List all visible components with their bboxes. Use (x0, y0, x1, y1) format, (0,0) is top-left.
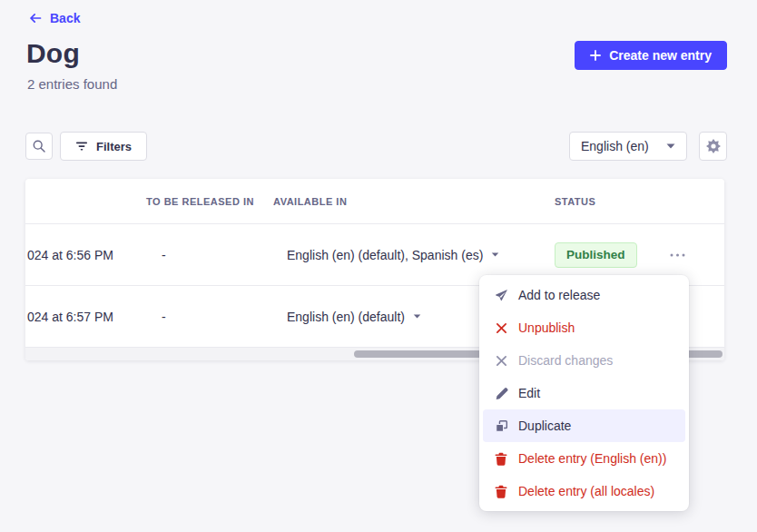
plus-icon (590, 50, 601, 61)
chevron-down-icon (413, 314, 421, 319)
trash-icon (494, 452, 508, 466)
duplicate-icon (494, 419, 508, 433)
filters-button[interactable]: Filters (60, 132, 147, 161)
column-header-available-in: AVAILABLE IN (273, 196, 347, 207)
menu-item-unpublish[interactable]: Unpublish (483, 311, 685, 344)
cell-updated-at: 024 at 6:56 PM (27, 248, 113, 262)
locales-expand-button[interactable]: English (en) (default), Spanish (es) (287, 248, 499, 262)
menu-item-label: Unpublish (518, 320, 575, 335)
cross-icon (494, 322, 508, 334)
menu-item-label: Delete entry (English (en)) (518, 451, 666, 466)
menu-item-label: Add to release (518, 288, 600, 302)
trash-icon (494, 485, 508, 498)
gear-icon (706, 139, 721, 153)
pencil-icon (494, 387, 508, 400)
back-link[interactable]: Back (28, 11, 80, 25)
menu-item-label: Edit (518, 386, 540, 400)
search-icon (32, 139, 46, 153)
filters-label: Filters (96, 140, 132, 153)
locale-select-value: English (en) (581, 139, 649, 153)
create-new-entry-button[interactable]: Create new entry (575, 41, 727, 70)
menu-item-label: Discard changes (518, 353, 613, 368)
menu-item-edit[interactable]: Edit (483, 377, 685, 409)
cell-to-be-released-in: - (162, 248, 166, 262)
menu-item-duplicate[interactable]: Duplicate (483, 409, 685, 442)
cell-available-in: English (en) (default), Spanish (es) (287, 248, 483, 262)
cross-icon (494, 355, 508, 367)
back-arrow-icon (28, 11, 43, 25)
menu-item-delete-entry-all-locales[interactable]: Delete entry (all locales) (483, 475, 685, 507)
table-header-row: TO BE RELEASED IN AVAILABLE IN STATUS (25, 179, 724, 224)
entries-count: 2 entries found (27, 76, 117, 92)
locales-expand-button[interactable]: English (en) (default) (287, 310, 421, 324)
column-header-to-be-released-in: TO BE RELEASED IN (146, 196, 254, 207)
chevron-down-icon (491, 252, 499, 257)
cell-updated-at: 024 at 6:57 PM (27, 310, 113, 324)
settings-button[interactable] (699, 132, 727, 161)
page: Back Dog 2 entries found Create new entr… (0, 0, 757, 532)
menu-item-label: Duplicate (518, 419, 571, 433)
paper-plane-icon (494, 289, 508, 302)
menu-item-delete-entry-locale[interactable]: Delete entry (English (en)) (483, 442, 685, 475)
back-label: Back (50, 11, 80, 25)
ellipsis-icon (670, 253, 685, 257)
cell-to-be-released-in: - (162, 310, 166, 324)
menu-item-add-to-release[interactable]: Add to release (483, 279, 685, 311)
context-menu: Add to release Unpublish Discard changes… (479, 275, 689, 511)
row-actions-button[interactable] (661, 242, 693, 268)
page-title: Dog (26, 38, 80, 69)
search-button[interactable] (25, 133, 53, 160)
create-new-entry-label: Create new entry (609, 48, 712, 63)
menu-item-discard-changes[interactable]: Discard changes (483, 344, 685, 377)
status-badge: Published (555, 242, 637, 268)
menu-item-label: Delete entry (all locales) (518, 484, 654, 498)
column-header-status: STATUS (555, 196, 595, 207)
locale-select[interactable]: English (en) (569, 132, 687, 161)
cell-available-in: English (en) (default) (287, 310, 405, 324)
filter-icon (75, 141, 88, 152)
chevron-down-icon (666, 143, 675, 149)
